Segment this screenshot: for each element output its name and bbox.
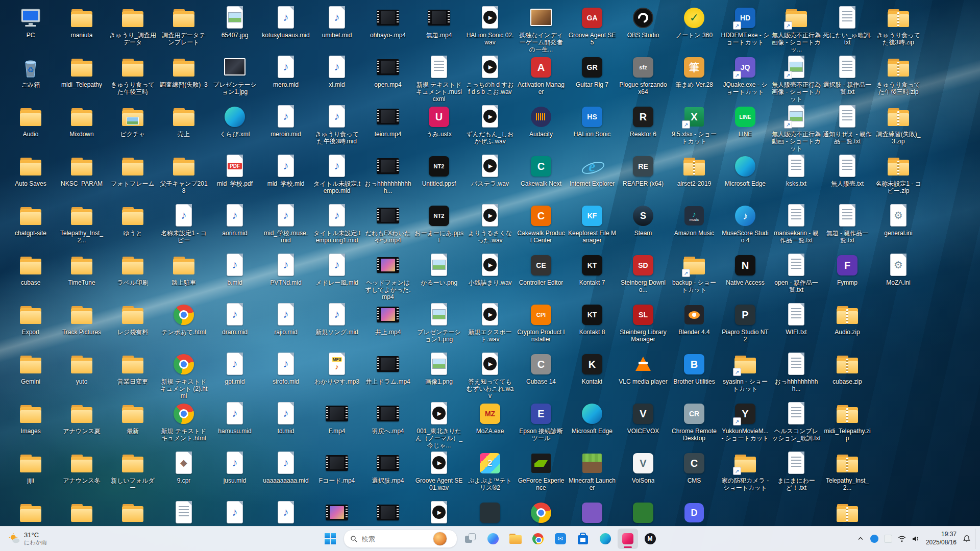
- desktop-icon[interactable]: cubase.zip: [822, 349, 873, 399]
- desktop-icon[interactable]: ♪mero.mid: [260, 53, 311, 102]
- desktop-icon[interactable]: ピクチャ: [107, 102, 158, 152]
- desktop-icon[interactable]: ♪aorin.mid: [209, 201, 260, 251]
- desktop-icon[interactable]: Microsoft Edge: [567, 399, 618, 448]
- desktop-icon[interactable]: KFKeepforest File Manager: [567, 201, 618, 251]
- desktop-icon[interactable]: きゅうり食ってた後3時.zip: [873, 3, 924, 53]
- desktop-icon[interactable]: SSteam: [618, 201, 669, 251]
- desktop-icon[interactable]: 父子キャンプ2018: [158, 152, 209, 201]
- desktop-icon[interactable]: [516, 498, 567, 527]
- desktop-icon[interactable]: Minecraft Launcher: [567, 448, 618, 498]
- desktop-icon[interactable]: ↗家の防犯カメラ - ショートカット: [720, 448, 771, 498]
- desktop-icon[interactable]: Gemini: [5, 349, 56, 399]
- desktop-icon[interactable]: ♪新規ソング.mid: [311, 300, 362, 349]
- desktop-icon[interactable]: テンポあて.html: [158, 300, 209, 349]
- desktop-icon[interactable]: ▶パステラ.wav: [464, 152, 516, 201]
- desktop-icon[interactable]: FFymmp: [822, 251, 873, 300]
- desktop-icon[interactable]: ↗無人販売不正行為画像 - ショートカッ...: [771, 3, 822, 53]
- taskbar-app-edge[interactable]: [595, 529, 616, 549]
- notification-bell-icon[interactable]: [960, 530, 973, 547]
- desktop-icon[interactable]: F.mp4: [311, 399, 362, 448]
- desktop-icon[interactable]: ▶001_東北きりたん（ノーマル）_今じゃ...: [413, 399, 464, 448]
- desktop-icon[interactable]: ゆうと: [107, 201, 158, 251]
- desktop-icon[interactable]: 65407.jpg: [209, 3, 260, 53]
- desktop-icon[interactable]: ♪PVTNd.mid: [260, 251, 311, 300]
- desktop-icon[interactable]: cubase: [5, 251, 56, 300]
- desktop-icon[interactable]: ♪mid_学校.muse.mid: [260, 201, 311, 251]
- desktop-icon[interactable]: AActivation Manager: [516, 53, 567, 102]
- desktop-icon[interactable]: PPiapro Studio NT2: [720, 300, 771, 349]
- desktop-icon[interactable]: airset2-2019: [669, 152, 720, 201]
- desktop-icon[interactable]: ⚙MoZA.ini: [873, 251, 924, 300]
- desktop-icon[interactable]: ▶答え知っててもむずいわこれ.wav: [464, 349, 516, 399]
- desktop-icon[interactable]: sfzPlogue sforzando x64: [618, 53, 669, 102]
- desktop-icon[interactable]: 新しいフォルダー: [107, 448, 158, 498]
- desktop-icon[interactable]: ♪dram.mid: [209, 300, 260, 349]
- desktop-icon[interactable]: OBS Studio: [618, 3, 669, 53]
- desktop-icon[interactable]: きゅうり食ってた午後三時: [107, 53, 158, 102]
- desktop-icon[interactable]: ♪meroin.mid: [260, 102, 311, 152]
- volume-icon[interactable]: [909, 530, 922, 547]
- desktop-icon[interactable]: SDSteinberg Downlo...: [618, 251, 669, 300]
- desktop-icon[interactable]: 無題.mp4: [413, 3, 464, 53]
- desktop-icon[interactable]: プレゼンテーション1.jpg: [209, 53, 260, 102]
- desktop-icon[interactable]: ⚙general.ini: [873, 201, 924, 251]
- taskbar-app-clip-studio[interactable]: [618, 529, 638, 549]
- desktop-icon[interactable]: Telepathy_Inst_2...: [56, 201, 107, 251]
- desktop-icon[interactable]: [464, 498, 516, 527]
- desktop-icon[interactable]: 無題 - 親作品一覧.txt: [822, 201, 873, 251]
- taskbar-app-file-explorer[interactable]: [505, 529, 526, 549]
- desktop-icon[interactable]: HSHALion Sonic: [567, 102, 618, 152]
- desktop-icon[interactable]: ▶よりうるさくなった.wav: [464, 201, 516, 251]
- desktop-icon[interactable]: yuto: [56, 349, 107, 399]
- desktop-icon[interactable]: Microsoft Edge: [720, 152, 771, 201]
- desktop-icon[interactable]: ▶: [413, 498, 464, 527]
- desktop-icon[interactable]: おっhhhhhhhhhhh...: [362, 152, 413, 201]
- desktop-icon[interactable]: 名称未設定1 - コピー.zip: [873, 152, 924, 201]
- desktop-icon[interactable]: HD↗HDDFMT.exe - ショートカット: [720, 3, 771, 53]
- tray-app-light-icon[interactable]: [881, 530, 895, 547]
- desktop-icon[interactable]: [618, 498, 669, 527]
- desktop-icon[interactable]: [158, 498, 209, 527]
- desktop-icon[interactable]: きゅうり_調査用データ: [107, 3, 158, 53]
- desktop-icon[interactable]: GAGroove Agent SE 5: [567, 3, 618, 53]
- desktop-icon[interactable]: NT2Untitled.ppsf: [413, 152, 464, 201]
- wifi-icon[interactable]: [895, 530, 909, 547]
- desktop-icon[interactable]: NT2おーまーにあ.ppsf: [413, 201, 464, 251]
- desktop-icon[interactable]: REREAPER (x64): [618, 152, 669, 201]
- desktop-icon[interactable]: CEController Editor: [516, 251, 567, 300]
- desktop-icon[interactable]: ♻ごみ箱: [5, 53, 56, 102]
- desktop-icon[interactable]: ♪musicAmazon Music: [669, 201, 720, 251]
- desktop-icon[interactable]: ♪jusu.mid: [209, 448, 260, 498]
- desktop-icon[interactable]: maniuta: [56, 3, 107, 53]
- desktop-icon[interactable]: 調査練習(失敗)_3: [158, 53, 209, 102]
- desktop-icon[interactable]: 羽戻へ.mp4: [362, 399, 413, 448]
- desktop-icon[interactable]: かるーい.png: [413, 251, 464, 300]
- desktop-icon[interactable]: Blender 4.4: [669, 300, 720, 349]
- desktop-icon[interactable]: ♪: [260, 498, 311, 527]
- desktop-icon[interactable]: ♪sirofo.mid: [260, 349, 311, 399]
- desktop-icon[interactable]: ♪タイトル未設定.tempo.mid: [311, 152, 362, 201]
- desktop-icon[interactable]: [56, 498, 107, 527]
- desktop-icon[interactable]: ▶新規エクスポート.wav: [464, 300, 516, 349]
- desktop-icon[interactable]: [822, 498, 873, 527]
- tray-chevron-up-icon[interactable]: [854, 530, 867, 547]
- desktop-icon[interactable]: 画像1.png: [413, 349, 464, 399]
- desktop-icon[interactable]: ▶こっちのh d すおf d s b こお.wav: [464, 53, 516, 102]
- desktop-icon[interactable]: 新規 テキストドキュメント.musicxml: [413, 53, 464, 102]
- desktop-icon[interactable]: 選択肢.mp4: [362, 448, 413, 498]
- desktop-icon[interactable]: ♪uaaaaaaaaa.mid: [260, 448, 311, 498]
- desktop-icon[interactable]: eInternet Explorer: [567, 152, 618, 201]
- desktop-icon[interactable]: chatgpt-site: [5, 201, 56, 251]
- desktop-icon[interactable]: 新規 テキストドキュメント.html: [158, 399, 209, 448]
- desktop-icon[interactable]: アナウンス夏: [56, 399, 107, 448]
- desktop-icon[interactable]: 井上.mp4: [362, 300, 413, 349]
- desktop-icon[interactable]: 筆筆まめ Ver.28: [669, 53, 720, 102]
- desktop-icon[interactable]: jijii: [5, 448, 56, 498]
- desktop-icon[interactable]: 無人販売.txt: [822, 152, 873, 201]
- desktop-icon[interactable]: LINELINE: [720, 102, 771, 152]
- desktop-icon[interactable]: 選択肢 - 親作品一覧.txt: [822, 53, 873, 102]
- desktop-icon[interactable]: 通知りぜえ - 親作品一覧.txt: [822, 102, 873, 152]
- desktop-icon[interactable]: midi_Telepathy: [56, 53, 107, 102]
- desktop-icon[interactable]: MZMoZA.exe: [464, 399, 516, 448]
- desktop-icon[interactable]: ♪rajio.mid: [260, 300, 311, 349]
